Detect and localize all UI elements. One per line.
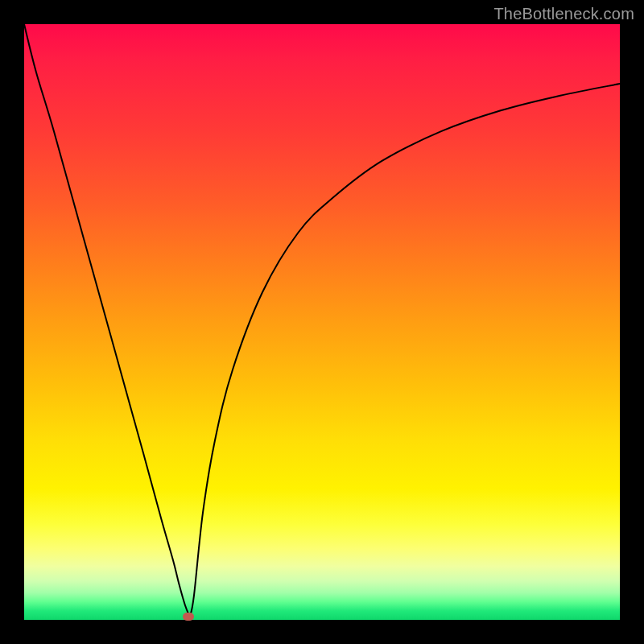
curve-svg (24, 24, 620, 620)
plot-area (24, 24, 620, 620)
curve-left-branch (24, 24, 190, 617)
curve-right-branch (190, 84, 620, 617)
attribution-text: TheBottleneck.com (493, 5, 634, 23)
chart-frame: TheBottleneck.com (0, 0, 644, 644)
minimum-marker (183, 613, 194, 621)
